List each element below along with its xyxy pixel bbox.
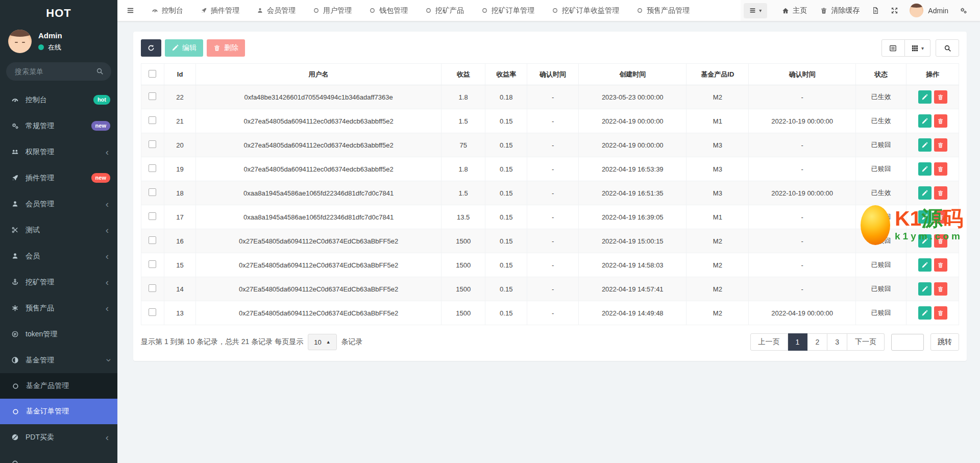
delete-row-button[interactable] (934, 162, 947, 176)
sidebar-item-pdt[interactable]: PDT买卖‹ (0, 424, 117, 450)
edit-row-button[interactable] (918, 306, 932, 320)
cell-rate: 0.15 (485, 181, 527, 205)
sidebar-item-test[interactable]: 测试‹ (0, 217, 117, 243)
settings-gear-button[interactable] (954, 7, 973, 14)
columns-dropdown-button[interactable]: ▾ (905, 39, 930, 57)
tabs-overflow-button[interactable]: ▾ (744, 3, 767, 18)
fullscreen-button[interactable] (885, 7, 904, 14)
sidebar-item-general[interactable]: 常规管理new (0, 113, 117, 139)
tab-wallet[interactable]: 钱包管理 (360, 0, 416, 21)
doc-shortcut-button[interactable] (866, 7, 885, 14)
row-checkbox[interactable] (149, 308, 156, 316)
circle-icon (313, 7, 320, 14)
cell-created: 2022-04-19 16:53:39 (579, 157, 687, 181)
edit-row-button[interactable] (918, 186, 932, 200)
sidebar-item-token[interactable]: token管理 (0, 321, 117, 347)
row-checkbox[interactable] (149, 92, 156, 100)
edit-row-button[interactable] (918, 162, 932, 176)
chevron-left-icon: ‹ (104, 251, 110, 261)
row-checkbox[interactable] (149, 284, 156, 292)
delete-row-button[interactable] (934, 114, 947, 128)
page-button-3[interactable]: 3 (827, 333, 847, 351)
row-checkbox[interactable] (149, 164, 156, 172)
edit-row-button[interactable] (918, 210, 932, 224)
row-checkbox[interactable] (149, 140, 156, 148)
row-checkbox[interactable] (149, 212, 156, 220)
delete-row-button[interactable] (934, 282, 947, 296)
pagination-controls: 上一页123下一页 跳转 (750, 333, 959, 351)
sidebar-item-next[interactable] (0, 450, 117, 463)
edit-row-button[interactable] (918, 138, 932, 152)
page-size-select[interactable]: 10 ▲ (308, 334, 336, 350)
edit-row-button[interactable] (918, 258, 932, 272)
page-button-1[interactable]: 1 (788, 333, 808, 351)
page-size-value: 10 (314, 338, 321, 346)
sidebar-toggle-button[interactable] (117, 0, 143, 21)
sidebar-submenu-fund: 基金产品管理基金订单管理 (0, 373, 117, 424)
row-checkbox[interactable] (149, 116, 156, 124)
sidebar-item-mining[interactable]: 挖矿管理‹ (0, 269, 117, 295)
page-button-2[interactable]: 2 (807, 333, 827, 351)
delete-row-button[interactable] (934, 210, 947, 224)
tab-addon[interactable]: 插件管理 (192, 0, 248, 21)
sidebar-item-addon[interactable]: 插件管理new (0, 165, 117, 191)
delete-row-button[interactable] (934, 234, 947, 248)
table-row: 170xaa8a1945a4586ae1065fd22346d81dfc7d0c… (141, 205, 959, 229)
prev-page-button[interactable]: 上一页 (750, 333, 788, 351)
users-icon (11, 148, 19, 156)
sidebar-item-auth[interactable]: 权限管理‹ (0, 139, 117, 165)
tab-mining-order[interactable]: 挖矿订单管理 (473, 0, 543, 21)
row-checkbox[interactable] (149, 260, 156, 268)
sidebar-item-label: 预售产品 (26, 304, 104, 313)
edit-button[interactable]: 编辑 (165, 39, 203, 57)
sidebar-item-user[interactable]: 会员‹ (0, 243, 117, 269)
sidebar-item-console[interactable]: 控制台hot (0, 87, 117, 113)
row-checkbox[interactable] (149, 188, 156, 196)
sidebar-search (6, 62, 111, 81)
online-status-dot (38, 44, 44, 50)
page-jump-input[interactable] (891, 334, 924, 351)
select-all-checkbox[interactable] (149, 70, 156, 78)
cell-product: M2 (687, 229, 749, 253)
row-actions (909, 162, 957, 176)
tab-presale-product[interactable]: 预售产品管理 (628, 0, 698, 21)
sidebar-subitem-fund-product[interactable]: 基金产品管理 (0, 373, 117, 399)
delete-button[interactable]: 删除 (207, 39, 245, 57)
delete-row-button[interactable] (934, 90, 947, 104)
toggle-view-button[interactable] (881, 39, 905, 57)
sidebar-item-member[interactable]: 会员管理‹ (0, 191, 117, 217)
tab-mining-order-income[interactable]: 挖矿订单收益管理 (543, 0, 628, 21)
cell-username: 0x27ea54805da6094112ec0d6374edcb63abbff5… (196, 133, 442, 157)
topbar-user-menu[interactable]: Admin (904, 4, 954, 17)
edit-row-button[interactable] (918, 90, 932, 104)
tab-member[interactable]: 会员管理 (248, 0, 304, 21)
tab-user[interactable]: 用户管理 (304, 0, 360, 21)
chevron-down-icon: ‹ (103, 357, 112, 363)
sidebar-subitem-fund-order[interactable]: 基金订单管理 (0, 399, 117, 424)
delete-row-button[interactable] (934, 258, 947, 272)
search-toggle-button[interactable] (936, 39, 959, 57)
row-actions (909, 138, 957, 152)
clear-cache-link[interactable]: 清除缓存 (814, 6, 866, 15)
home-link[interactable]: 主页 (775, 6, 814, 15)
edit-row-button[interactable] (918, 282, 932, 296)
user-icon (11, 200, 19, 208)
delete-row-button[interactable] (934, 138, 947, 152)
page-jump-button[interactable]: 跳转 (930, 333, 959, 351)
next-page-button[interactable]: 下一页 (847, 333, 885, 351)
refresh-button[interactable] (141, 39, 161, 57)
delete-row-button[interactable] (934, 186, 947, 200)
search-icon (944, 44, 951, 52)
row-checkbox[interactable] (149, 236, 156, 244)
sidebar-item-fund[interactable]: 基金管理‹ (0, 347, 117, 373)
sidebar-item-presale[interactable]: 预售产品‹ (0, 295, 117, 321)
tab-console[interactable]: 控制台 (143, 0, 192, 21)
edit-row-button[interactable] (918, 114, 932, 128)
column-header: 收益率 (485, 64, 527, 85)
delete-row-button[interactable] (934, 306, 947, 320)
cell-confirm1: - (527, 205, 579, 229)
cell-created: 2022-04-19 15:00:15 (579, 229, 687, 253)
tab-mining-product[interactable]: 挖矿产品 (416, 0, 473, 21)
row-actions-cell (906, 85, 959, 109)
edit-row-button[interactable] (918, 234, 932, 248)
